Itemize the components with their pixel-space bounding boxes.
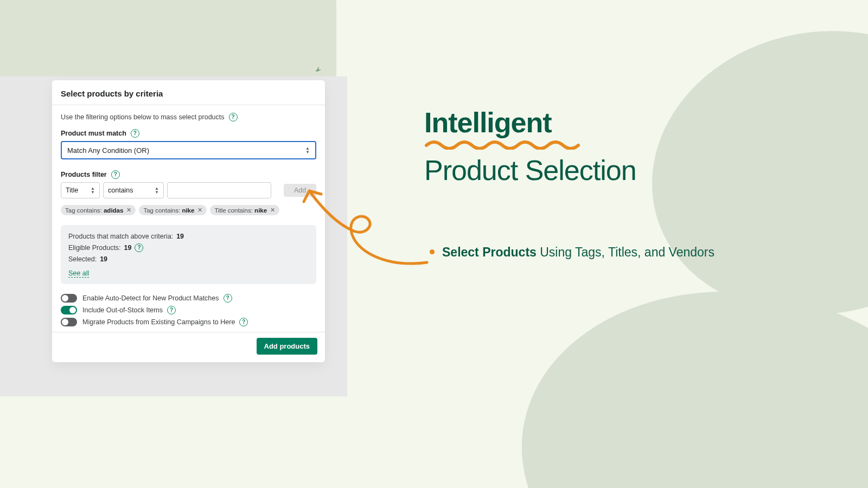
marketing-bullet: Select Products Using Tags, Titles, and … — [430, 243, 733, 262]
add-products-button[interactable]: Add products — [257, 338, 318, 355]
summary-eligible-count: 19 — [124, 244, 132, 252]
bullet-rest: Using Tags, Titles, and Vendors — [537, 245, 714, 259]
filter-chip[interactable]: Tag contains: nike ✕ — [139, 205, 207, 215]
filter-value-input[interactable] — [167, 182, 271, 198]
filter-operator-value: contains — [108, 187, 133, 194]
see-all-link[interactable]: See all — [68, 269, 89, 278]
panel-intro-text: Use the filtering options below to mass … — [61, 113, 225, 121]
autodetect-toggle[interactable] — [61, 294, 77, 303]
close-icon[interactable]: ✕ — [270, 207, 275, 214]
summary-match-label: Products that match above criteria: — [68, 233, 173, 240]
filter-label: Products filter — [61, 171, 107, 178]
decorative-blob-top-left — [0, 0, 336, 81]
help-icon[interactable]: ? — [131, 129, 139, 138]
headline-main: Intelligent — [424, 108, 771, 137]
summary-selected-label: Selected: — [68, 255, 97, 263]
brand-mark — [315, 65, 322, 73]
help-icon[interactable]: ? — [229, 113, 238, 121]
help-icon[interactable]: ? — [167, 306, 176, 314]
criteria-panel: Select products by criteria Use the filt… — [52, 80, 325, 362]
summary-eligible-label: Eligible Products: — [68, 244, 121, 252]
match-label: Product must match — [61, 130, 126, 137]
autodetect-label: Enable Auto-Detect for New Product Match… — [82, 294, 219, 302]
filter-chip[interactable]: Tag contains: adidas ✕ — [61, 205, 136, 215]
filter-field-select[interactable]: Title ▲▼ — [61, 182, 100, 198]
match-condition-value: Match Any Condition (OR) — [67, 146, 149, 155]
add-filter-button[interactable]: Add — [284, 184, 316, 197]
close-icon[interactable]: ✕ — [197, 207, 202, 214]
bullet-dot-icon — [430, 249, 435, 254]
add-products-label: Add products — [264, 342, 310, 350]
chip-prefix: Tag contains: — [143, 207, 182, 214]
migrate-toggle[interactable] — [61, 318, 77, 326]
filter-chip[interactable]: Title contains: nike ✕ — [210, 205, 279, 215]
help-icon[interactable]: ? — [224, 294, 232, 303]
chevron-updown-icon: ▲▼ — [155, 187, 159, 194]
help-icon[interactable]: ? — [135, 243, 143, 252]
summary-selected-count: 19 — [100, 255, 107, 263]
underline-zigzag-icon — [424, 138, 582, 150]
include-oos-toggle[interactable] — [61, 306, 77, 314]
include-oos-label: Include Out-of-Stock Items — [82, 306, 163, 314]
chip-prefix: Tag contains: — [65, 207, 104, 214]
filter-operator-select[interactable]: contains ▲▼ — [103, 182, 164, 198]
match-summary: Products that match above criteria: 19 E… — [61, 225, 316, 284]
chip-prefix: Title contains: — [214, 207, 254, 214]
summary-match-count: 19 — [176, 233, 184, 240]
help-icon[interactable]: ? — [239, 318, 248, 326]
chip-value: adidas — [104, 207, 123, 214]
panel-title: Select products by criteria — [52, 80, 325, 105]
match-condition-select[interactable]: Match Any Condition (OR) ▲▼ — [61, 141, 316, 159]
headline-sub: Product Selection — [424, 154, 771, 187]
chevron-updown-icon: ▲▼ — [91, 187, 95, 194]
add-filter-label: Add — [294, 187, 306, 194]
chip-value: nike — [182, 207, 194, 214]
bullet-strong: Select Products — [442, 245, 537, 259]
migrate-label: Migrate Products from Existing Campaigns… — [82, 318, 235, 326]
help-icon[interactable]: ? — [111, 170, 120, 179]
chip-value: nike — [254, 207, 267, 214]
close-icon[interactable]: ✕ — [126, 207, 131, 214]
filter-field-value: Title — [66, 187, 78, 194]
chevron-updown-icon: ▲▼ — [305, 146, 310, 154]
